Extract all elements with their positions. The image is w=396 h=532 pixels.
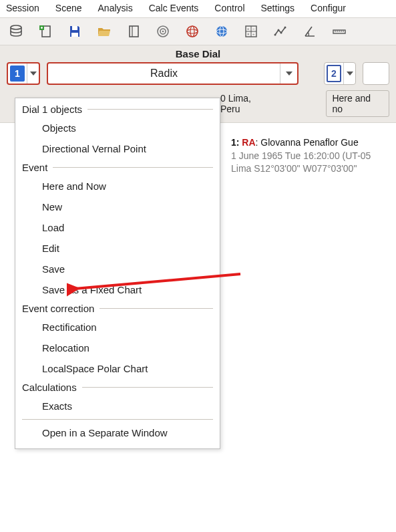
chevron-down-icon — [30, 72, 37, 76]
menu-section-calculations: Calculations — [15, 379, 220, 396]
dial-context-menu: Dial 1 objects Objects Directional Verna… — [15, 98, 220, 449]
svg-rect-3 — [72, 26, 77, 30]
globe-red-icon[interactable] — [182, 21, 203, 42]
new-doc-icon[interactable] — [35, 21, 56, 42]
svg-point-10 — [187, 26, 198, 37]
menu-section-header: Dial 1 objects — [22, 104, 82, 115]
menu-item-edit[interactable]: Edit — [15, 238, 220, 259]
menu-item-load[interactable]: Load — [15, 217, 220, 238]
menu-item-open-separate-window[interactable]: Open in a Separate Window — [15, 422, 220, 443]
dial-1-type-label: Radix — [48, 63, 280, 84]
menu-section-event-correction: Event correction — [15, 300, 220, 317]
menu-item-new[interactable]: New — [15, 196, 220, 217]
globe-blue-icon[interactable] — [211, 21, 232, 42]
svg-point-23 — [274, 34, 276, 36]
angle-icon[interactable] — [299, 21, 321, 42]
svg-point-13 — [216, 26, 227, 37]
dial-1-type-selector[interactable]: Radix — [47, 62, 299, 85]
database-icon[interactable] — [5, 21, 27, 42]
svg-rect-5 — [130, 26, 138, 37]
menu-separator — [22, 419, 213, 420]
menu-section-header: Calculations — [22, 382, 77, 393]
base-dial-title: Base Dial — [0, 45, 396, 61]
menu-item-exacts[interactable]: Exacts — [15, 396, 220, 416]
chevron-down-icon — [286, 72, 292, 76]
menubar: Session Scene Analysis Calc Events Contr… — [0, 0, 396, 17]
menu-section-event: Event — [15, 159, 220, 176]
menu-calc-events[interactable]: Calc Events — [147, 1, 201, 15]
svg-point-12 — [190, 26, 194, 37]
folder-open-icon[interactable] — [93, 21, 115, 42]
target-circle-icon[interactable] — [152, 21, 174, 42]
svg-text:+: + — [247, 27, 250, 31]
chart-index: 1: — [231, 137, 239, 148]
menu-item-here-and-now[interactable]: Here and Now — [15, 176, 220, 196]
dial-row: 1 Radix 2 — [0, 61, 396, 86]
menu-scene[interactable]: Scene — [53, 1, 84, 15]
chart-info-panel: 1: RA: Glovanna Penaflor Gue 1 June 1965… — [231, 136, 396, 176]
line-chart-icon[interactable] — [270, 21, 291, 42]
svg-text:÷: ÷ — [252, 32, 255, 36]
chart-code: RA — [242, 137, 255, 148]
dial-1-type-dropdown[interactable] — [280, 63, 297, 84]
menu-item-save-as-fixed-chart[interactable]: Save As a Fixed Chart — [15, 279, 220, 300]
menu-section-dial-objects: Dial 1 objects — [15, 101, 220, 118]
svg-text:−: − — [252, 27, 255, 31]
svg-rect-4 — [71, 33, 78, 37]
ruler-icon[interactable] — [329, 21, 350, 42]
notebook-icon[interactable] — [123, 21, 144, 42]
svg-point-25 — [280, 32, 282, 34]
chevron-down-icon — [347, 72, 353, 76]
location-fragment: 0 Lima, Peru — [220, 93, 273, 114]
dial-1-number-selector[interactable]: 1 — [7, 62, 40, 85]
dial-2-type-selector[interactable] — [363, 62, 389, 85]
calculator-icon[interactable]: +−×÷ — [240, 21, 262, 42]
menu-item-relocation[interactable]: Relocation — [15, 338, 220, 358]
chart-location: Lima S12°03'00" W077°03'00" — [231, 162, 396, 176]
svg-point-11 — [187, 29, 198, 33]
dial-1-number-dropdown[interactable] — [27, 63, 39, 84]
menu-section-header: Event — [22, 162, 47, 173]
svg-text:×: × — [247, 32, 250, 36]
svg-point-9 — [162, 31, 164, 33]
svg-point-0 — [11, 25, 21, 29]
menu-item-save[interactable]: Save — [15, 259, 220, 279]
menu-session[interactable]: Session — [4, 1, 41, 15]
dial-2-number: 2 — [327, 65, 341, 82]
dial-2-number-dropdown[interactable] — [343, 63, 355, 84]
chart-name: : Glovanna Penaflor Gue — [256, 137, 359, 148]
toolbar: +−×÷ — [0, 17, 396, 45]
menu-control[interactable]: Control — [212, 1, 246, 15]
chart-datetime: 1 June 1965 Tue 16:20:00 (UT-05 — [231, 150, 396, 163]
svg-point-26 — [284, 27, 286, 29]
menu-section-header: Event correction — [22, 303, 94, 314]
menu-configure[interactable]: Configur — [309, 1, 348, 15]
svg-point-24 — [278, 29, 280, 31]
menu-item-directional-vernal-point[interactable]: Directional Vernal Point — [15, 138, 220, 159]
dial-2-type-label — [363, 63, 389, 84]
menu-analysis[interactable]: Analysis — [96, 1, 135, 15]
menu-item-localspace-polar-chart[interactable]: LocalSpace Polar Chart — [15, 358, 220, 379]
save-icon[interactable] — [64, 21, 85, 42]
menu-item-rectification[interactable]: Rectification — [15, 317, 220, 338]
menu-settings[interactable]: Settings — [259, 1, 297, 15]
dial-2-number-selector[interactable]: 2 — [324, 62, 356, 85]
here-and-now-button[interactable]: Here and no — [326, 90, 389, 117]
menu-item-objects[interactable]: Objects — [15, 118, 220, 138]
dial-1-number: 1 — [10, 65, 25, 82]
